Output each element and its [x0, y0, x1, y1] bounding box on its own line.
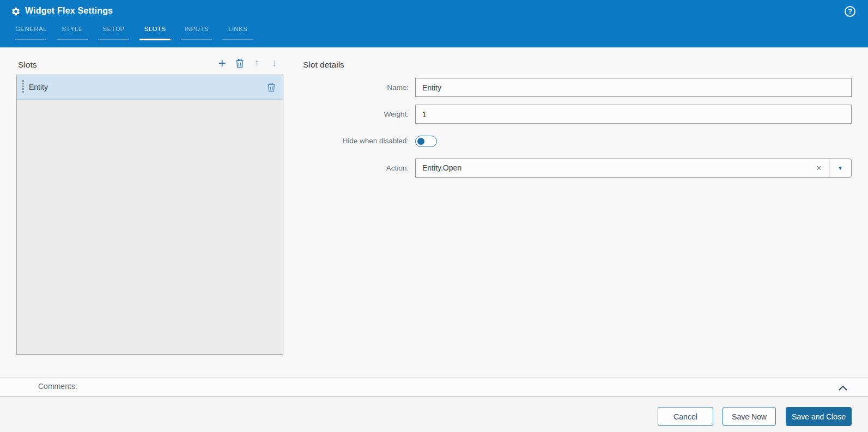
- slot-list-item-entity[interactable]: Entity: [17, 75, 283, 100]
- chevron-up-icon[interactable]: [838, 384, 848, 390]
- slot-details-title: Slot details: [303, 60, 344, 70]
- slot-details-form: Name: Weight: Hide when disabled: Action…: [303, 78, 852, 178]
- weight-row: Weight:: [303, 105, 852, 124]
- tab-general[interactable]: GENERAL: [15, 25, 46, 40]
- slot-item-label: Entity: [29, 83, 267, 92]
- tab-label: SLOTS: [139, 25, 171, 33]
- action-value[interactable]: Entity.Open: [416, 159, 809, 177]
- hide-when-disabled-label: Hide when disabled:: [303, 135, 415, 147]
- action-combobox[interactable]: Entity.Open × ▼: [415, 159, 852, 178]
- gear-icon: [11, 7, 21, 16]
- name-input[interactable]: [415, 78, 852, 97]
- hide-when-disabled-row: Hide when disabled:: [303, 135, 852, 147]
- tab-bar: GENERAL STYLE SETUP SLOTS INPUTS LINKS: [15, 25, 264, 40]
- dialog-title: Widget Flex Settings: [25, 6, 113, 16]
- tab-underline: [15, 39, 46, 40]
- save-now-button[interactable]: Save Now: [723, 407, 776, 426]
- tab-label: GENERAL: [15, 25, 46, 33]
- move-up-button[interactable]: ↑: [252, 56, 262, 70]
- tab-setup[interactable]: SETUP: [98, 25, 129, 40]
- tab-underline: [139, 39, 171, 40]
- help-icon[interactable]: ?: [845, 6, 855, 17]
- delete-slot-button[interactable]: [234, 56, 245, 70]
- slots-list: Entity: [16, 75, 283, 355]
- tab-style[interactable]: STYLE: [57, 25, 88, 40]
- save-and-close-button[interactable]: Save and Close: [786, 407, 852, 426]
- hide-when-disabled-toggle[interactable]: [415, 136, 437, 147]
- name-label: Name:: [303, 78, 415, 97]
- comments-label: Comments:: [38, 382, 77, 391]
- tab-label: INPUTS: [181, 25, 212, 33]
- dialog-header: Widget Flex Settings ? GENERAL STYLE SET…: [0, 0, 868, 47]
- clear-icon[interactable]: ×: [809, 159, 829, 177]
- footer-bar: Cancel Save Now Save and Close: [0, 397, 868, 432]
- add-slot-button[interactable]: +: [217, 56, 227, 70]
- tab-underline: [57, 39, 88, 40]
- tab-underline: [98, 39, 129, 40]
- comments-collapse-bar[interactable]: Comments:: [0, 377, 868, 397]
- tab-inputs[interactable]: INPUTS: [181, 25, 212, 40]
- tab-underline: [222, 39, 253, 40]
- tab-label: SETUP: [98, 25, 129, 33]
- tab-slots[interactable]: SLOTS: [139, 25, 171, 40]
- tab-label: STYLE: [57, 25, 88, 33]
- weight-label: Weight:: [303, 105, 415, 124]
- cancel-button[interactable]: Cancel: [658, 407, 713, 426]
- move-down-button[interactable]: ↓: [269, 56, 280, 70]
- slots-toolbar: + ↑ ↓: [217, 56, 280, 70]
- tab-links[interactable]: LINKS: [222, 25, 253, 40]
- action-row: Action: Entity.Open × ▼: [303, 159, 852, 178]
- toggle-knob: [417, 138, 424, 145]
- action-label: Action:: [303, 159, 415, 178]
- drag-handle-icon[interactable]: [22, 80, 24, 94]
- slots-panel-title: Slots: [18, 60, 37, 70]
- tab-underline: [181, 39, 212, 40]
- chevron-down-icon[interactable]: ▼: [829, 159, 851, 177]
- weight-input[interactable]: [415, 105, 852, 124]
- tab-label: LINKS: [222, 25, 253, 33]
- name-row: Name:: [303, 78, 852, 97]
- row-delete-icon[interactable]: [267, 82, 276, 93]
